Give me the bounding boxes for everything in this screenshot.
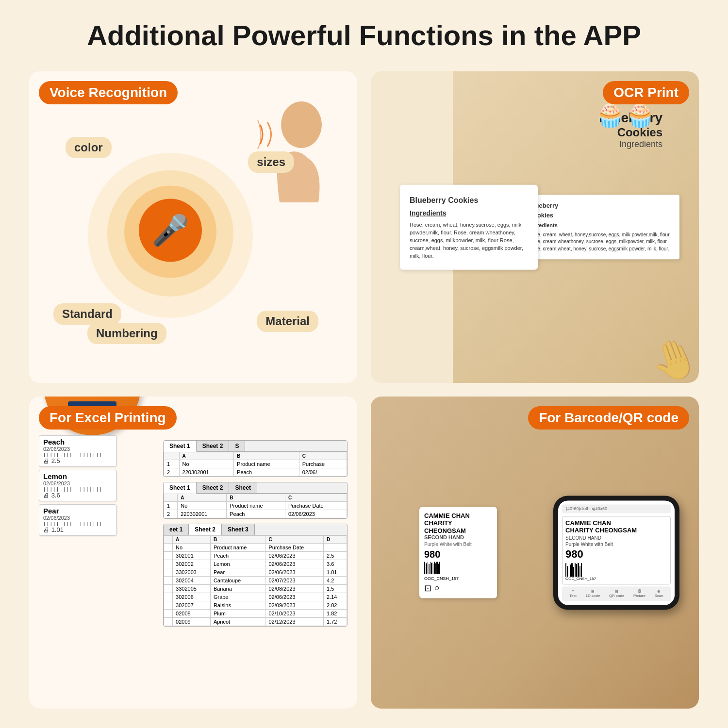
sheet-tabs-large: eet 1 Sheet 2 Sheet 3 xyxy=(164,524,347,535)
ocr-label-sub: Ingredients xyxy=(410,208,528,218)
cell-product-val: Peach xyxy=(227,510,285,518)
phone-header-bar: (40*60)clothing40x60 xyxy=(562,504,671,513)
table-row: 302004Cantaloupe02/07/20234.2 xyxy=(164,577,347,585)
table-row: 02009Apricot02/12/20231.72 xyxy=(164,618,347,626)
tag-subtitle: Purple White with Belt xyxy=(424,542,492,547)
sheet-tab-2-lg[interactable]: Sheet 2 xyxy=(189,524,222,535)
sheet-tab-3-lg[interactable]: Sheet 3 xyxy=(222,524,255,535)
label-peach-price: 🖨 2.5 xyxy=(43,457,112,464)
book-page: Blueberry Cookies Ingredients Rose, crea… xyxy=(522,195,679,259)
tag-name3: SECOND HAND xyxy=(424,534,492,540)
col-header xyxy=(164,452,180,460)
tag-name2: CHARITY CHEONGSAM xyxy=(424,519,492,534)
feature-grid: Voice Recognition 🎤 xyxy=(29,71,699,709)
phone-label-price: 980 xyxy=(565,548,667,561)
table-row: 2 220302001 Peach 02/06/ xyxy=(164,468,347,477)
svg-point-0 xyxy=(281,101,322,148)
cell-product: Product name xyxy=(234,460,299,468)
sheet-table-small: A B C 1 No Product name Purchase 2 2 xyxy=(164,452,347,477)
phone-tool-qr[interactable]: ⊟QR code xyxy=(609,589,625,598)
phone-bottom-bar: TText ⊞1D code ⊟QR code 🖼Picture ⊕Scan xyxy=(562,586,671,601)
book-page-title: Blueberry xyxy=(529,201,673,210)
chip-standard: Standard xyxy=(53,303,121,325)
ocr-card: OCR Print Blueberry Cookies Ingredients … xyxy=(371,71,699,383)
label-peach-name: Peach xyxy=(43,438,112,446)
chip-sizes: sizes xyxy=(248,151,294,173)
sheet-container-large: eet 1 Sheet 2 Sheet 3 A B C D xyxy=(163,524,347,627)
chip-material: Material xyxy=(257,311,318,332)
ocr-inner: Blueberry Cookies Ingredients 🧁🧁 Blueber… xyxy=(371,71,699,383)
cell-val xyxy=(324,544,347,552)
table-row: 3302005Banana02/08/20231.5 xyxy=(164,585,347,593)
tag-icons: ⊡ ○ xyxy=(424,583,492,594)
phone-label-name3: SECOND HAND xyxy=(565,535,667,541)
col-b: B xyxy=(234,452,299,460)
barcode-card-label: For Barcode/QR code xyxy=(528,406,689,430)
phone-label-name2: CHARITY CHEONGSAM xyxy=(565,527,667,535)
phone-label-sub: Purple White with Belt xyxy=(565,542,667,547)
col-a: A xyxy=(178,494,227,502)
phone-tool-text[interactable]: TText xyxy=(569,589,577,598)
ocr-label-title: Blueberry Cookies xyxy=(410,195,528,206)
cell-purchase-val: 02/06/ xyxy=(299,468,347,477)
col-c: C xyxy=(265,536,324,544)
ocr-label-body: Rose, cream, wheat, honey,sucrose, eggs,… xyxy=(410,221,528,260)
sheet-table-large: A B C D No Product name Purchase Date xyxy=(164,535,347,626)
sheet-tab-1-lg[interactable]: eet 1 xyxy=(164,524,189,535)
sheet-tab-1-med[interactable]: Sheet 1 xyxy=(164,482,197,494)
label-pear-date: 02/06/2023 xyxy=(43,515,112,521)
table-row: 02008Plum02/10/20231.82 xyxy=(164,610,347,618)
col-c: C xyxy=(299,452,347,460)
sheet-tab-2-small[interactable]: Sheet 2 xyxy=(197,441,230,451)
sheet-container-medium: Sheet 1 Sheet 2 Sheet A B C 1 xyxy=(163,482,347,519)
label-lemon-barcode: ||||| |||| ||||||| xyxy=(43,487,112,492)
cell-product: Product name xyxy=(227,502,285,510)
book-subtitle: Ingredients xyxy=(599,139,662,149)
sheet-tab-3-med[interactable]: Sheet xyxy=(229,482,257,493)
col-b: B xyxy=(210,536,265,544)
sheet-tabs-small: Sheet 1 Sheet 2 S xyxy=(164,441,347,452)
table-row: 3302003Pear02/06/20231.01 xyxy=(164,568,347,577)
sheet-container-small: Sheet 1 Sheet 2 S A B C 1 No xyxy=(163,440,347,477)
table-row: 2 220302001 Peach 02/06/2023 xyxy=(164,510,347,518)
cell-no: No xyxy=(173,544,211,552)
cupcake-decoration: 🧁🧁 xyxy=(595,100,655,129)
sheet-tab-1-small[interactable]: Sheet 1 xyxy=(164,441,197,452)
row-num xyxy=(164,544,173,552)
phone-screen: (40*60)clothing40x60 CAMMIE CHAN CHARITY… xyxy=(558,500,675,605)
label-peach: Peach 02/06/2023 ||||| |||| ||||||| 🖨 2.… xyxy=(39,435,116,467)
label-peach-barcode: ||||| |||| ||||||| xyxy=(43,453,112,457)
label-pear-name: Pear xyxy=(43,507,112,515)
tag-code: OOC_CNSH_157 xyxy=(424,576,492,581)
barcode-inner: CAMMIE CHAN CHARITY CHEONGSAM SECOND HAN… xyxy=(371,397,699,709)
row-num: 1 xyxy=(164,460,180,468)
label-lemon-name: Lemon xyxy=(43,472,112,480)
table-row: 302006Grape02/06/20232.14 xyxy=(164,593,347,601)
page-title: Additional Powerful Functions in the APP xyxy=(87,19,641,52)
phone-tool-scan[interactable]: ⊕Scan xyxy=(654,589,663,598)
microphone-icon: 🎤 xyxy=(151,213,189,248)
phone-mockup: (40*60)clothing40x60 CAMMIE CHAN CHARITY… xyxy=(553,496,679,610)
phone-label-card: CAMMIE CHAN CHARITY CHEONGSAM SECOND HAN… xyxy=(562,516,671,584)
chip-numbering: Numbering xyxy=(87,323,166,344)
phone-tool-picture[interactable]: 🖼Picture xyxy=(633,589,645,598)
label-lemon-date: 02/06/2023 xyxy=(43,480,112,486)
label-pear-price: 🖨 1.01 xyxy=(43,526,112,533)
cell-product: Product name xyxy=(210,544,265,552)
phone-tool-barcode[interactable]: ⊞1D code xyxy=(586,589,600,598)
sheet-tab-3-small[interactable]: S xyxy=(229,441,245,451)
table-row: No Product name Purchase Date xyxy=(164,544,347,552)
col-a: A xyxy=(173,536,211,544)
sheet-tab-2-med[interactable]: Sheet 2 xyxy=(197,482,230,493)
col-header xyxy=(164,494,178,502)
col-c: C xyxy=(285,494,347,502)
col-header xyxy=(164,536,173,544)
cell-product-val: Peach xyxy=(234,468,299,477)
label-lemon: Lemon 02/06/2023 ||||| |||| ||||||| 🖨 3.… xyxy=(39,470,116,501)
row-num: 2 xyxy=(164,510,178,518)
table-row: 302007Raisins02/09/20232.02 xyxy=(164,601,347,610)
col-d: D xyxy=(324,536,347,544)
book-page-sub: Ingredients xyxy=(529,222,673,230)
phone-barcode-row xyxy=(565,562,667,577)
voice-card-label: Voice Recognition xyxy=(39,81,178,104)
